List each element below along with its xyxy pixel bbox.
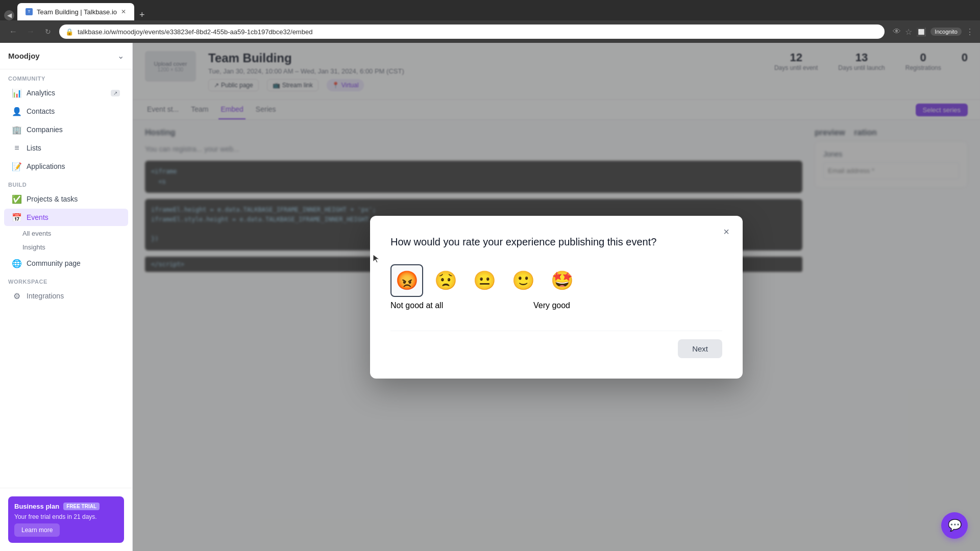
extensions-icon[interactable]: 🔲: [916, 27, 926, 37]
projects-label: Projects & tasks: [27, 195, 78, 203]
incognito-badge: Incognito: [930, 28, 962, 36]
trial-description: Your free trial ends in 21 days.: [14, 513, 118, 520]
sidebar-subitem-all-events[interactable]: All events: [0, 227, 132, 240]
lists-icon: ≡: [12, 143, 21, 153]
lists-label: Lists: [27, 144, 41, 152]
sidebar-item-projects[interactable]: ✅ Projects & tasks: [4, 190, 128, 208]
build-section-label: BUILD: [0, 176, 132, 190]
events-icon: 📅: [12, 213, 21, 222]
analytics-label: Analytics: [27, 89, 55, 97]
modal-title: How would you rate your experience publi…: [390, 236, 722, 248]
next-button[interactable]: Next: [678, 339, 722, 358]
sidebar-item-applications[interactable]: 📝 Applications: [4, 158, 128, 175]
forward-button[interactable]: →: [23, 24, 38, 39]
modal-close-button[interactable]: ×: [718, 224, 734, 240]
bookmark-icon[interactable]: ☆: [905, 27, 912, 37]
plan-title: Business plan FREE TRIAL: [14, 503, 118, 510]
tab-title: Team Building | Talkbase.io: [37, 8, 117, 16]
community-icon: 🌐: [12, 259, 21, 268]
projects-icon: ✅: [12, 194, 21, 204]
address-bar[interactable]: 🔒 talkbase.io/w/moodjoy/events/e33823ef-…: [59, 24, 885, 39]
companies-icon: 🏢: [12, 125, 21, 134]
learn-more-button[interactable]: Learn more: [14, 523, 60, 537]
workspace-icon: ⚙: [12, 291, 21, 300]
emoji-very-bad[interactable]: 😡: [390, 264, 423, 297]
contacts-icon: 👤: [12, 107, 21, 116]
contacts-label: Contacts: [27, 107, 55, 115]
applications-label: Applications: [27, 162, 65, 170]
emoji-good[interactable]: 🙂: [507, 264, 540, 297]
emoji-options-row: 😡 😟 😐 🙂 🤩: [390, 264, 722, 297]
business-plan-card: Business plan FREE TRIAL Your free trial…: [8, 496, 124, 543]
main-content: Upload cover 1200 × 630 Team Building Tu…: [133, 43, 980, 551]
analytics-badge: ↗: [111, 90, 120, 96]
chat-icon: 💬: [948, 519, 962, 532]
tab-close-button[interactable]: ✕: [121, 8, 126, 15]
reload-button[interactable]: ↻: [41, 24, 55, 39]
community-label: Community page: [27, 259, 81, 267]
plan-name: Business plan: [14, 503, 59, 510]
modal-overlay: × How would you rate your experience pub…: [133, 43, 980, 551]
sidebar-item-companies[interactable]: 🏢 Companies: [4, 121, 128, 138]
lock-icon: 🔒: [65, 28, 74, 36]
brand-name: Moodjoy: [8, 52, 40, 60]
companies-label: Companies: [27, 126, 63, 134]
workspace-label: Integrations: [27, 292, 64, 300]
label-not-good: Not good at all: [390, 301, 443, 310]
new-tab-button[interactable]: +: [135, 10, 149, 20]
chat-button[interactable]: 💬: [941, 512, 968, 539]
community-section-label: COMMUNITY: [0, 69, 132, 84]
sidebar: Moodjoy ⌄ COMMUNITY 📊 Analytics ↗ 👤 Cont…: [0, 43, 133, 551]
menu-button[interactable]: ⋮: [966, 27, 974, 37]
active-tab[interactable]: T Team Building | Talkbase.io ✕: [17, 3, 134, 20]
emoji-neutral[interactable]: 😐: [468, 264, 501, 297]
sidebar-subitem-insights[interactable]: Insights: [0, 240, 132, 254]
rating-modal: × How would you rate your experience pub…: [370, 216, 743, 379]
sidebar-item-analytics[interactable]: 📊 Analytics ↗: [4, 84, 128, 102]
events-label: Events: [27, 213, 48, 221]
analytics-icon: 📊: [12, 88, 21, 97]
sidebar-collapse-button[interactable]: ⌄: [117, 51, 124, 61]
emoji-labels: Not good at all Very good: [390, 301, 570, 310]
sidebar-header: Moodjoy ⌄: [0, 43, 132, 69]
emoji-very-good[interactable]: 🤩: [546, 264, 578, 297]
back-button[interactable]: ←: [6, 24, 20, 39]
tab-favicon: T: [26, 8, 33, 15]
sidebar-item-community[interactable]: 🌐 Community page: [4, 255, 128, 272]
sidebar-footer: Business plan FREE TRIAL Your free trial…: [0, 488, 132, 551]
sidebar-item-contacts[interactable]: 👤 Contacts: [4, 103, 128, 120]
sidebar-item-workspace[interactable]: ⚙ Integrations: [4, 287, 128, 305]
url-display: talkbase.io/w/moodjoy/events/e33823ef-8b…: [78, 28, 878, 36]
sidebar-item-events[interactable]: 📅 Events: [4, 209, 128, 226]
browser-back-history[interactable]: ◀: [4, 10, 14, 20]
insights-label: Insights: [22, 243, 45, 251]
profile-icon[interactable]: 👁: [893, 27, 901, 36]
emoji-bad[interactable]: 😟: [429, 264, 462, 297]
modal-footer: Next: [390, 331, 722, 358]
label-very-good: Very good: [533, 301, 570, 310]
free-trial-badge: FREE TRIAL: [63, 503, 100, 510]
sidebar-item-lists[interactable]: ≡ Lists: [4, 139, 128, 157]
workspace-section-label: WORKSPACE: [0, 272, 132, 287]
all-events-label: All events: [22, 230, 51, 237]
applications-icon: 📝: [12, 162, 21, 171]
